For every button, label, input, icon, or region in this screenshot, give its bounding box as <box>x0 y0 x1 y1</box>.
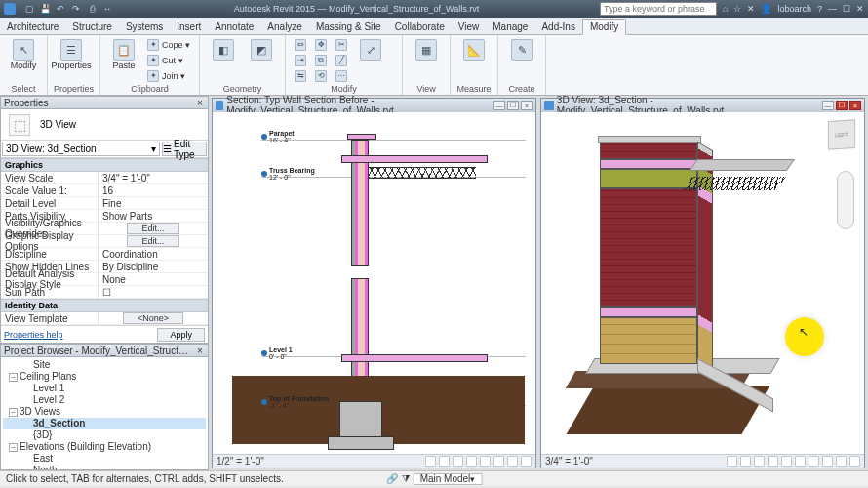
type-name-dropdown[interactable]: 3D View: 3d_Section▾ <box>2 142 160 156</box>
vc-reveal-icon[interactable] <box>521 456 532 467</box>
create-button[interactable]: ✎ <box>504 37 539 62</box>
tree-node[interactable]: Site <box>3 359 206 371</box>
infocenter-icon[interactable]: ⌂ <box>723 4 728 14</box>
level-marker[interactable]: Truss Bearing12' - 0" <box>261 167 315 181</box>
prop-value[interactable]: None <box>99 273 208 286</box>
prop-row[interactable]: DisciplineCoordination <box>1 248 208 261</box>
view-cube[interactable]: LEFT <box>828 119 855 149</box>
vc-cropvis-icon[interactable] <box>809 456 819 467</box>
vc-style-icon[interactable] <box>740 456 751 467</box>
prop-value[interactable]: By Discipline <box>99 261 208 273</box>
properties-close-icon[interactable]: × <box>195 98 205 108</box>
3d-maximize-icon[interactable]: ☐ <box>836 101 848 110</box>
tab-systems[interactable]: Systems <box>119 20 170 34</box>
prop-value[interactable]: Edit... <box>99 235 208 248</box>
tab-structure[interactable]: Structure <box>65 20 119 34</box>
prop-row[interactable]: View Scale3/4" = 1'-0" <box>1 172 208 184</box>
help-icon[interactable]: ? <box>817 4 822 14</box>
tab-add-ins[interactable]: Add-Ins <box>534 20 581 34</box>
tree-node[interactable]: 3d_Section <box>3 418 206 429</box>
vc-detail-icon[interactable] <box>425 456 436 467</box>
section-maximize-icon[interactable]: ☐ <box>507 101 519 110</box>
section-close-icon[interactable]: × <box>521 101 533 110</box>
tree-twisty-icon[interactable]: − <box>9 373 18 382</box>
prop-row[interactable]: Graphic Display OptionsEdit... <box>1 235 208 248</box>
exchange-icon[interactable]: ✕ <box>747 4 755 14</box>
mirror-button[interactable]: ⇋ <box>292 68 309 83</box>
3d-scale[interactable]: 3/4" = 1'-0" <box>545 456 593 467</box>
tab-collaborate[interactable]: Collaborate <box>388 20 452 34</box>
scale-button[interactable]: ⤢ <box>353 37 388 62</box>
section-canvas[interactable]: Parapet16' - 4"Truss Bearing12' - 0"Leve… <box>213 112 535 454</box>
tree-twisty-icon[interactable]: − <box>9 408 18 417</box>
properties-header[interactable]: Properties × <box>0 96 209 109</box>
tree-node[interactable]: −Ceiling Plans <box>3 371 206 383</box>
tab-annotate[interactable]: Annotate <box>208 20 260 34</box>
vc-style-icon[interactable] <box>439 456 450 467</box>
prop-value[interactable]: 16 <box>99 184 208 197</box>
3d-minimize-icon[interactable]: — <box>822 101 834 110</box>
tab-massing-site[interactable]: Massing & Site <box>309 20 388 34</box>
rotate-button[interactable]: ⟲ <box>312 68 330 83</box>
apply-button[interactable]: Apply <box>157 328 205 342</box>
geometry-button-1[interactable]: ◧ <box>206 37 241 62</box>
navigation-bar[interactable] <box>837 171 854 229</box>
prop-value[interactable]: Coordination <box>99 248 208 261</box>
tree-node[interactable]: Level 1 <box>3 383 206 394</box>
prop-row[interactable]: Default Analysis Display StyleNone <box>1 273 208 286</box>
status-workset-icon[interactable]: 🔗 <box>386 473 398 484</box>
tree-node[interactable]: {3D} <box>3 429 206 441</box>
prop-group-identity-data[interactable]: Identity Data <box>1 299 208 312</box>
vc-reveal-icon[interactable] <box>849 456 860 467</box>
qat-open-icon[interactable]: ▢ <box>23 3 35 15</box>
prop-row[interactable]: Detail LevelFine <box>1 197 208 210</box>
close-icon[interactable]: ✕ <box>856 4 864 14</box>
vc-lock-icon[interactable] <box>822 456 833 467</box>
vc-hide-icon[interactable] <box>836 456 847 467</box>
tree-node[interactable]: −Elevations (Building Elevation) <box>3 441 206 453</box>
tab-modify[interactable]: Modify <box>582 19 626 35</box>
level-marker[interactable]: Level 10' - 0" <box>261 346 293 360</box>
cope-button[interactable]: ✦Cope ▾ <box>144 37 193 52</box>
view-button[interactable]: ▦ <box>409 37 444 62</box>
prop-value[interactable]: <None> <box>99 312 208 325</box>
align-button[interactable]: ⇔ <box>292 37 309 52</box>
properties-button[interactable]: ☰ Properties <box>54 37 89 72</box>
prop-group-graphics[interactable]: Graphics <box>1 158 208 172</box>
qat-measure-icon[interactable]: ↔ <box>101 3 113 15</box>
level-marker[interactable]: Parapet16' - 4" <box>261 130 295 143</box>
qat-redo-icon[interactable]: ↷ <box>70 3 82 15</box>
modify-button[interactable]: ↖ Modify <box>6 37 41 72</box>
tab-architecture[interactable]: Architecture <box>0 20 65 34</box>
vc-sun-icon[interactable] <box>754 456 765 467</box>
browser-header[interactable]: Project Browser - Modify_Vertical_Struct… <box>0 344 209 357</box>
trim-button[interactable]: ✂ <box>333 37 350 52</box>
array-button[interactable]: ⋯ <box>333 68 350 83</box>
prop-row[interactable]: View Template<None> <box>1 312 208 325</box>
section-minimize-icon[interactable]: — <box>493 101 505 110</box>
browser-close-icon[interactable]: × <box>195 346 205 356</box>
vc-crop-icon[interactable] <box>480 456 491 467</box>
tree-node[interactable]: East <box>3 453 206 465</box>
tab-analyze[interactable]: Analyze <box>260 20 309 34</box>
join-button[interactable]: ✦Join ▾ <box>144 68 193 83</box>
measure-button[interactable]: 📐 <box>456 37 492 62</box>
3d-close-icon[interactable]: × <box>849 101 861 110</box>
vc-render-icon[interactable] <box>781 456 792 467</box>
prop-row[interactable]: Sun Path☐ <box>1 286 208 299</box>
cut-button[interactable]: ✦Cut ▾ <box>144 53 193 67</box>
properties-help-link[interactable]: Properties help <box>4 330 63 340</box>
edit-type-button[interactable]: ☰Edit Type <box>162 142 207 156</box>
level-marker[interactable]: Top of Foundation-1' - 4" <box>261 395 329 409</box>
geometry-button-2[interactable]: ◩ <box>244 37 279 62</box>
tab-insert[interactable]: Insert <box>170 20 208 34</box>
help-search-input[interactable] <box>600 2 717 16</box>
qat-save-icon[interactable]: 💾 <box>39 3 51 15</box>
prop-value[interactable]: Show Parts <box>99 210 208 223</box>
prop-value[interactable]: Fine <box>99 197 208 210</box>
vc-sun-icon[interactable] <box>453 456 463 467</box>
section-scale[interactable]: 1/2" = 1'-0" <box>217 456 264 467</box>
tab-view[interactable]: View <box>452 20 487 34</box>
offset-button[interactable]: ⇥ <box>292 53 309 67</box>
tree-node[interactable]: Level 2 <box>3 394 206 406</box>
